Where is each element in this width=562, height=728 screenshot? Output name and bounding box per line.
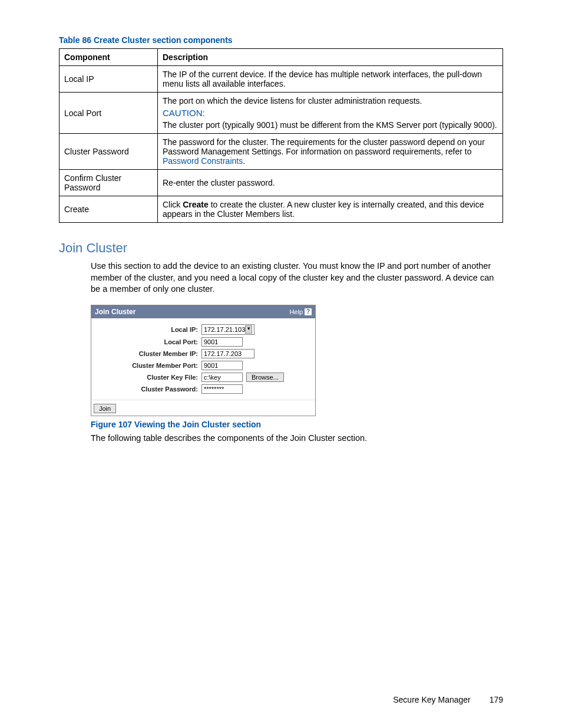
text: Click bbox=[163, 200, 183, 209]
cluster-password-input[interactable]: ******** bbox=[201, 384, 243, 394]
page-number: 179 bbox=[490, 695, 503, 704]
table-row: Cluster Password The password for the cl… bbox=[59, 134, 503, 170]
cell-description: The IP of the current device. If the dev… bbox=[158, 66, 503, 93]
intro-paragraph: Use this section to add the device to an… bbox=[91, 261, 503, 295]
text: . bbox=[243, 156, 245, 166]
label-member-port: Cluster Member Port: bbox=[95, 362, 201, 369]
label-cluster-password: Cluster Password: bbox=[95, 386, 201, 393]
th-description: Description bbox=[158, 49, 503, 66]
text: The password for the cluster. The requir… bbox=[163, 137, 485, 156]
cell-component: Confirm Cluster Password bbox=[59, 170, 158, 196]
heading-join-cluster: Join Cluster bbox=[59, 241, 503, 256]
page-footer: Secure Key Manager 179 bbox=[393, 695, 503, 704]
figure-join-cluster: Join Cluster Help ? Local IP: 172.17.21.… bbox=[91, 305, 503, 416]
join-button[interactable]: Join bbox=[94, 404, 116, 413]
table-row: Create Click Create to create the cluste… bbox=[59, 196, 503, 223]
cell-description: Click Create to create the cluster. A ne… bbox=[158, 196, 503, 223]
help-link[interactable]: Help ? bbox=[289, 308, 312, 315]
local-ip-value: 172.17.21.103 bbox=[204, 326, 245, 333]
table-86: Component Description Local IP The IP of… bbox=[59, 48, 503, 223]
table-row: Local Port The port on which the device … bbox=[59, 93, 503, 134]
cell-description: The port on which the device listens for… bbox=[158, 93, 503, 134]
local-port-input[interactable]: 9001 bbox=[201, 337, 243, 347]
key-file-input[interactable]: c:\key bbox=[201, 373, 243, 382]
text: The cluster port (typically 9001) must b… bbox=[163, 120, 497, 130]
member-port-input[interactable]: 9001 bbox=[201, 361, 243, 370]
local-ip-select[interactable]: 172.17.21.103 ▼ bbox=[201, 324, 254, 335]
followup-paragraph: The following table describes the compon… bbox=[91, 433, 503, 444]
label-member-ip: Cluster Member IP: bbox=[95, 350, 201, 357]
table-row: Confirm Cluster Password Re-enter the cl… bbox=[59, 170, 503, 196]
link-password-constraints[interactable]: Password Constraints bbox=[163, 156, 243, 166]
member-ip-input[interactable]: 172.17.7.203 bbox=[201, 349, 254, 358]
browse-button[interactable]: Browse... bbox=[246, 373, 284, 382]
text: The port on which the device listens for… bbox=[163, 96, 422, 106]
cell-component: Local Port bbox=[59, 93, 158, 134]
footer-product: Secure Key Manager bbox=[393, 695, 471, 704]
cell-component: Cluster Password bbox=[59, 134, 158, 170]
figure-caption: Figure 107 Viewing the Join Cluster sect… bbox=[91, 420, 503, 429]
join-cluster-panel: Join Cluster Help ? Local IP: 172.17.21.… bbox=[91, 305, 316, 416]
bold-create: Create bbox=[183, 200, 209, 209]
help-icon: ? bbox=[305, 308, 312, 315]
text: to create the cluster. A new cluster key… bbox=[163, 200, 484, 219]
panel-title: Join Cluster bbox=[95, 308, 135, 316]
label-key-file: Cluster Key File: bbox=[95, 374, 201, 381]
cell-component: Local IP bbox=[59, 66, 158, 93]
label-local-ip: Local IP: bbox=[95, 326, 201, 333]
table-caption: Table 86 Create Cluster section componen… bbox=[59, 35, 503, 45]
table-row: Local IP The IP of the current device. I… bbox=[59, 66, 503, 93]
help-label: Help bbox=[289, 308, 303, 315]
label-local-port: Local Port: bbox=[95, 338, 201, 345]
cell-description: The password for the cluster. The requir… bbox=[158, 134, 503, 170]
cell-component: Create bbox=[59, 196, 158, 223]
chevron-down-icon: ▼ bbox=[245, 325, 252, 334]
cell-description: Re-enter the cluster password. bbox=[158, 170, 503, 196]
th-component: Component bbox=[59, 49, 158, 66]
caution-label: CAUTION: bbox=[163, 108, 498, 118]
panel-header: Join Cluster Help ? bbox=[91, 305, 315, 318]
